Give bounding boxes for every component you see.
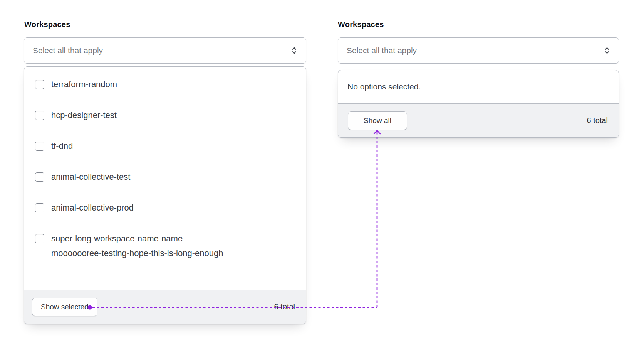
workspaces-label-right: Workspaces xyxy=(338,19,384,29)
options-dropdown: terraform-random hcp-designer-test tf-dn… xyxy=(24,66,306,324)
option-label: animal-collective-test xyxy=(51,170,130,184)
checkbox-unchecked-icon[interactable] xyxy=(35,80,44,89)
option-row[interactable]: terraform-random xyxy=(35,69,295,100)
checkbox-unchecked-icon[interactable] xyxy=(35,203,44,212)
workspaces-label-left: Workspaces xyxy=(24,19,70,29)
checkbox-unchecked-icon[interactable] xyxy=(35,142,44,151)
checkbox-unchecked-icon[interactable] xyxy=(35,172,44,182)
option-label: terraform-random xyxy=(51,77,117,92)
option-label: super-long-workspace-name-name- moooooor… xyxy=(51,231,223,261)
option-row[interactable]: tf-dnd xyxy=(35,131,295,162)
page: Workspaces Select all that apply terrafo… xyxy=(0,0,644,344)
selected-options-panel: No options selected. Show all 6 total xyxy=(338,70,619,138)
options-list: terraform-random hcp-designer-test tf-dn… xyxy=(24,67,306,290)
option-row[interactable]: animal-collective-prod xyxy=(35,192,295,223)
select-placeholder: Select all that apply xyxy=(347,46,417,55)
show-all-button[interactable]: Show all xyxy=(348,111,407,130)
show-selected-button[interactable]: Show selected xyxy=(32,298,97,316)
workspaces-select-left[interactable]: Select all that apply xyxy=(24,37,306,64)
option-row[interactable]: animal-collective-test xyxy=(35,162,295,192)
option-label: tf-dnd xyxy=(51,139,73,153)
option-row[interactable]: hcp-designer-test xyxy=(35,100,295,131)
chevron-up-down-icon xyxy=(291,47,297,54)
dropdown-footer: Show selected 6 total xyxy=(24,290,306,324)
total-count: 6 total xyxy=(587,116,608,125)
option-label: animal-collective-prod xyxy=(51,201,134,215)
chevron-up-down-icon xyxy=(604,47,610,54)
total-count: 6 total xyxy=(274,302,295,311)
checkbox-unchecked-icon[interactable] xyxy=(35,111,44,120)
workspaces-select-right[interactable]: Select all that apply xyxy=(338,37,619,64)
empty-state-message: No options selected. xyxy=(338,70,619,103)
checkbox-unchecked-icon[interactable] xyxy=(35,234,44,243)
option-label: hcp-designer-test xyxy=(51,108,117,123)
option-row[interactable]: super-long-workspace-name-name- moooooor… xyxy=(35,223,295,269)
panel-footer: Show all 6 total xyxy=(338,103,619,137)
select-placeholder: Select all that apply xyxy=(33,46,103,55)
